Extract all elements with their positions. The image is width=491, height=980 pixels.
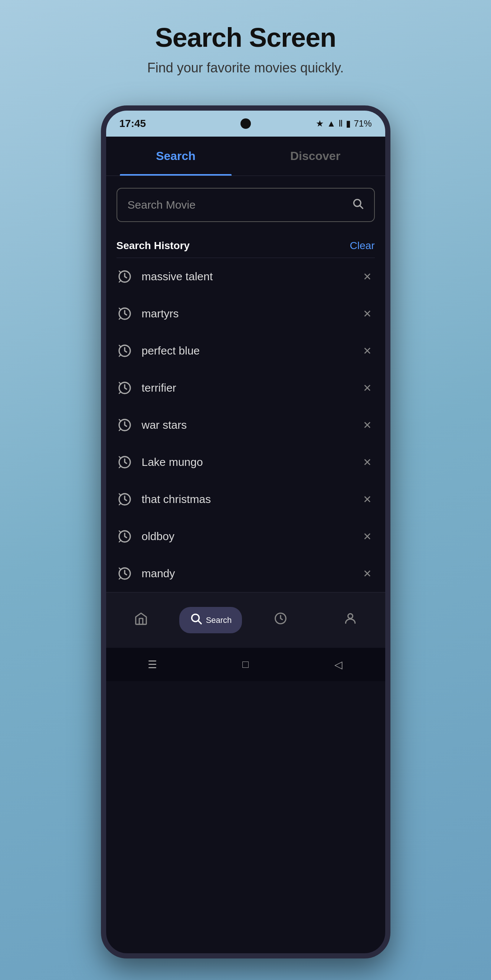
tab-bar: Search Discover <box>106 137 385 176</box>
history-item-text: oldboy <box>142 530 351 543</box>
android-nav-bar: ☰ □ ◁ <box>106 648 385 681</box>
list-item[interactable]: Lake mungo ✕ <box>106 444 385 481</box>
home-icon <box>134 611 148 629</box>
history-clock-icon <box>116 565 133 582</box>
history-item-text: Lake mungo <box>142 456 351 468</box>
signal-icon: Ⅱ <box>338 118 343 129</box>
history-clock-icon <box>116 528 133 544</box>
history-title: Search History <box>116 240 190 252</box>
nav-home[interactable] <box>106 611 176 629</box>
remove-item-button[interactable]: ✕ <box>360 269 375 284</box>
history-item-text: terrifier <box>142 382 351 394</box>
search-container: Search Movie <box>106 176 385 229</box>
history-list: massive talent ✕ martyrs ✕ <box>106 258 385 592</box>
nav-history[interactable] <box>246 611 315 629</box>
search-nav-label: Search <box>206 616 232 625</box>
remove-item-button[interactable]: ✕ <box>360 344 375 358</box>
search-icon[interactable] <box>352 197 364 212</box>
remove-item-button[interactable]: ✕ <box>360 380 375 395</box>
history-clock-icon <box>116 380 133 396</box>
nav-profile[interactable] <box>315 611 385 629</box>
svg-line-1 <box>360 206 362 208</box>
list-item[interactable]: massive talent ✕ <box>106 258 385 295</box>
bluetooth-icon: ★ <box>316 118 324 129</box>
remove-item-button[interactable]: ✕ <box>360 566 375 581</box>
list-item[interactable]: mandy ✕ <box>106 555 385 592</box>
status-icons: ★ ▲ Ⅱ ▮ 71% <box>316 118 372 129</box>
svg-line-12 <box>198 620 201 624</box>
battery-icon: ▮ <box>346 118 351 129</box>
phone-shell: 17:45 ★ ▲ Ⅱ ▮ 71% Search Discover Search… <box>101 105 391 958</box>
android-back-button[interactable]: ◁ <box>327 653 350 676</box>
status-bar: 17:45 ★ ▲ Ⅱ ▮ 71% <box>106 111 385 137</box>
history-clock-icon <box>116 305 133 322</box>
wifi-icon: ▲ <box>327 118 336 129</box>
profile-icon <box>343 611 358 629</box>
tab-discover[interactable]: Discover <box>246 137 385 176</box>
remove-item-button[interactable]: ✕ <box>360 418 375 433</box>
history-item-text: that christmas <box>142 493 351 506</box>
history-item-text: perfect blue <box>142 345 351 357</box>
list-item[interactable]: war stars ✕ <box>106 406 385 444</box>
history-clock-icon <box>116 343 133 359</box>
list-item[interactable]: that christmas ✕ <box>106 481 385 518</box>
search-input[interactable]: Search Movie <box>128 199 346 211</box>
history-item-text: martyrs <box>142 307 351 320</box>
history-item-text: massive talent <box>142 270 351 283</box>
list-item[interactable]: martyrs ✕ <box>106 295 385 332</box>
history-nav-icon <box>273 611 288 629</box>
clear-history-button[interactable]: Clear <box>350 240 375 252</box>
page-title: Search Screen <box>155 22 336 53</box>
remove-item-button[interactable]: ✕ <box>360 529 375 544</box>
svg-point-14 <box>348 614 353 619</box>
remove-item-button[interactable]: ✕ <box>360 492 375 507</box>
history-clock-icon <box>116 417 133 433</box>
search-nav-icon <box>190 612 202 628</box>
front-camera <box>240 118 251 129</box>
list-item[interactable]: perfect blue ✕ <box>106 332 385 369</box>
history-header: Search History Clear <box>106 229 385 258</box>
history-clock-icon <box>116 491 133 508</box>
android-home-button[interactable]: □ <box>234 653 256 676</box>
active-nav-pill: Search <box>179 607 242 633</box>
bottom-nav: Search <box>106 592 385 648</box>
status-time: 17:45 <box>119 118 146 130</box>
search-box[interactable]: Search Movie <box>116 188 375 222</box>
history-clock-icon <box>116 268 133 285</box>
history-clock-icon <box>116 454 133 470</box>
history-item-text: mandy <box>142 567 351 580</box>
android-menu-button[interactable]: ☰ <box>141 653 164 676</box>
nav-search[interactable]: Search <box>176 607 246 633</box>
list-item[interactable]: terrifier ✕ <box>106 369 385 406</box>
page-subtitle: Find your favorite movies quickly. <box>147 60 344 76</box>
history-item-text: war stars <box>142 419 351 431</box>
list-item[interactable]: oldboy ✕ <box>106 518 385 555</box>
tab-search[interactable]: Search <box>106 137 246 176</box>
app-content: Search Discover Search Movie Search Hist… <box>106 137 385 953</box>
remove-item-button[interactable]: ✕ <box>360 455 375 469</box>
battery-percent: 71% <box>354 118 372 129</box>
remove-item-button[interactable]: ✕ <box>360 306 375 321</box>
